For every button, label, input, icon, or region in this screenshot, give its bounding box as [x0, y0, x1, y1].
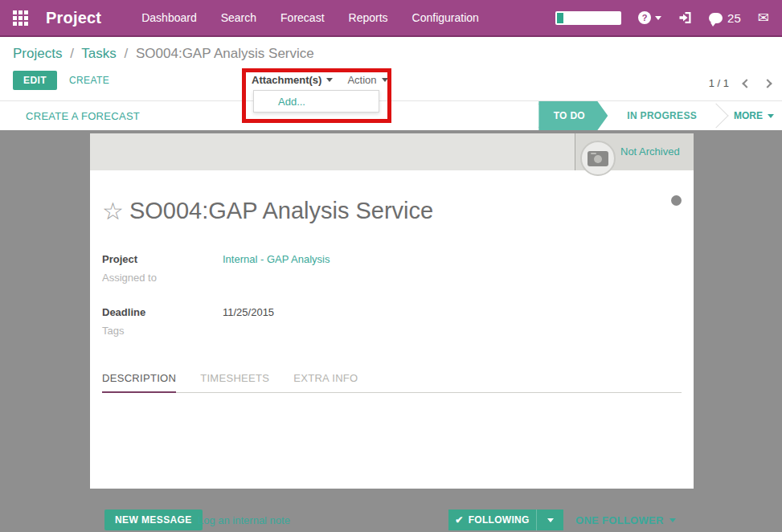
messages-menu[interactable]: 25 — [709, 11, 741, 25]
messages-count: 25 — [727, 11, 741, 25]
nav-right-tools: ? 25 ✉ — [555, 11, 769, 25]
favorite-star-icon[interactable]: ☆ — [102, 199, 124, 223]
camera-icon — [588, 151, 608, 166]
app-title: Project — [46, 9, 101, 27]
caret-down-icon — [655, 16, 661, 20]
attachment-add-menu-item[interactable]: Add... — [254, 96, 305, 108]
apps-menu-icon[interactable] — [13, 10, 28, 26]
edit-button[interactable]: EDIT — [13, 71, 57, 90]
user-widget[interactable] — [555, 11, 621, 25]
form-view-background: Not Archived ☆ SO004:GAP Analysis Servic… — [0, 130, 782, 532]
breadcrumb-projects[interactable]: Projects — [13, 46, 62, 61]
pager-next-icon[interactable] — [763, 79, 772, 88]
tab-timesheets[interactable]: TIMESHEETS — [200, 372, 269, 392]
record-actions: EDIT CREATE — [13, 71, 109, 90]
archive-status-block: Not Archived — [575, 133, 694, 170]
help-menu[interactable]: ? — [638, 11, 661, 24]
pager-previous-icon[interactable] — [742, 79, 751, 88]
create-button[interactable]: CREATE — [69, 75, 109, 86]
following-button-main[interactable]: ✔ FOLLOWING — [448, 509, 536, 530]
followers-dropdown[interactable]: ONE FOLLOWER — [575, 514, 676, 526]
kanban-state-indicator[interactable] — [671, 195, 682, 206]
field-group: Project Internal - GAP Analysis Assigned… — [102, 250, 330, 340]
record-pager: 1 / 1 — [709, 77, 771, 89]
task-title-row: ☆ SO004:GAP Analysis Service — [102, 198, 433, 224]
control-panel: Projects / Tasks / SO004:GAP Analysis Se… — [0, 37, 782, 101]
pager-value: 1 / 1 — [709, 77, 729, 89]
project-field-value[interactable]: Internal - GAP Analysis — [223, 250, 330, 268]
following-button[interactable]: ✔ FOLLOWING — [448, 509, 563, 530]
chat-bubble-icon — [709, 13, 723, 23]
caret-down-icon — [326, 78, 333, 82]
nav-item-forecast[interactable]: Forecast — [280, 11, 324, 24]
deadline-field-value[interactable]: 11/25/2015 — [223, 303, 274, 321]
record-image-placeholder[interactable] — [580, 141, 616, 176]
assigned-to-field-label: Assigned to — [102, 268, 223, 287]
deadline-field-label: Deadline — [102, 303, 223, 321]
field-deadline: Deadline 11/25/2015 — [102, 303, 330, 321]
breadcrumb-separator: / — [70, 46, 74, 61]
status-row: CREATE A FORECAST TO DO IN PROGRESS MORE — [0, 101, 782, 130]
odoo-project-task-page: Project Dashboard Search Forecast Report… — [0, 0, 782, 532]
caret-down-icon — [382, 78, 388, 82]
caret-down-icon — [768, 114, 774, 118]
breadcrumb-current: SO004:GAP Analysis Service — [136, 46, 314, 61]
tab-extra-info[interactable]: EXTRA INFO — [293, 372, 358, 392]
nav-item-search[interactable]: Search — [221, 11, 256, 24]
attachments-dropdown-menu: Add... — [253, 90, 379, 113]
nav-item-dashboard[interactable]: Dashboard — [141, 11, 197, 24]
breadcrumb-separator: / — [125, 46, 129, 61]
nav-item-reports[interactable]: Reports — [349, 11, 388, 24]
envelope-icon[interactable]: ✉ — [758, 11, 769, 25]
sheet-header-strip: Not Archived — [90, 133, 694, 170]
create-forecast-button[interactable]: CREATE A FORECAST — [26, 110, 140, 122]
tags-field-label: Tags — [102, 321, 223, 340]
attachments-dropdown-toggle[interactable]: Attachment(s) — [252, 74, 333, 86]
breadcrumb-tasks[interactable]: Tasks — [81, 46, 116, 61]
stage-separator-icon — [703, 103, 728, 128]
field-assigned-to: Assigned to — [102, 268, 330, 287]
stage-todo[interactable]: TO DO — [538, 101, 608, 130]
action-label: Action — [347, 74, 376, 86]
field-tags: Tags — [102, 321, 330, 340]
sign-in-icon[interactable] — [678, 11, 692, 24]
check-icon: ✔ — [455, 514, 463, 526]
tab-description[interactable]: DESCRIPTION — [102, 372, 176, 393]
help-icon: ? — [638, 11, 651, 24]
stage-statusbar: TO DO IN PROGRESS MORE — [538, 101, 782, 130]
notebook-tabs: DESCRIPTION TIMESHEETS EXTRA INFO — [102, 372, 682, 393]
followers-count-label: ONE FOLLOWER — [575, 514, 664, 526]
new-message-button[interactable]: NEW MESSAGE — [104, 509, 203, 530]
caret-down-icon — [669, 518, 676, 522]
nav-menu: Dashboard Search Forecast Reports Config… — [141, 11, 479, 24]
field-project: Project Internal - GAP Analysis — [102, 250, 330, 268]
task-title: SO004:GAP Analysis Service — [129, 198, 433, 224]
project-field-label: Project — [102, 250, 223, 268]
archive-status-label: Not Archived — [620, 145, 680, 158]
following-label: FOLLOWING — [469, 514, 530, 526]
following-dropdown-toggle[interactable] — [536, 509, 563, 530]
attachments-label: Attachment(s) — [252, 74, 321, 86]
log-internal-note-link[interactable]: Log an internal note — [198, 514, 290, 526]
sidebar-menus: Attachment(s) Action — [252, 74, 388, 86]
form-sheet: Not Archived ☆ SO004:GAP Analysis Servic… — [90, 133, 694, 489]
user-widget-progress — [557, 13, 563, 23]
stage-in-progress[interactable]: IN PROGRESS — [608, 110, 716, 121]
action-dropdown-toggle[interactable]: Action — [347, 74, 387, 86]
nav-item-configuration[interactable]: Configuration — [412, 11, 479, 24]
top-navbar: Project Dashboard Search Forecast Report… — [0, 0, 782, 37]
caret-down-icon — [547, 518, 554, 522]
stage-more-label: MORE — [734, 110, 763, 121]
breadcrumb: Projects / Tasks / SO004:GAP Analysis Se… — [13, 46, 314, 62]
